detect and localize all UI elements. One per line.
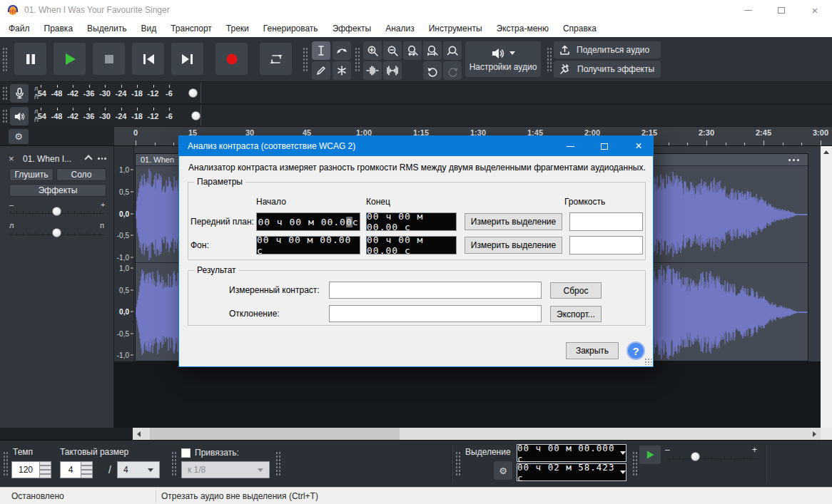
undo-button[interactable] [423, 61, 442, 80]
zoom-in-button[interactable] [363, 41, 382, 60]
get-effects-button[interactable]: Получить эффекты [554, 61, 661, 78]
play-at-speed-grip[interactable] [632, 451, 638, 477]
playback-volume-slider[interactable] [191, 111, 201, 120]
draw-tool-button[interactable] [312, 61, 330, 80]
menu-effects[interactable]: Эффекты [325, 21, 379, 36]
foreground-end-field[interactable]: 00 ч 00 м 00.00 с [366, 212, 457, 231]
dialog-title-bar[interactable]: Анализ контраста (соответствие WCAG 2) × [179, 136, 653, 156]
envelope-tool-button[interactable] [333, 41, 351, 60]
tempo-value[interactable]: 120 [11, 461, 40, 478]
selection-start-field[interactable]: 00 ч 00 м 00.000 с [517, 444, 626, 462]
tempo-down-icon[interactable] [40, 470, 51, 478]
background-volume-field[interactable] [569, 236, 643, 254]
clip-menu-icon[interactable] [788, 159, 799, 161]
track-close-icon[interactable]: × [9, 154, 14, 163]
vertical-scrollbar[interactable] [821, 146, 832, 428]
playback-meter[interactable]: Л П -54-48-42-36-30-24-18-12-6 [31, 106, 201, 126]
timesig-upper-spinner[interactable]: 4 [60, 461, 93, 478]
skip-to-end-button[interactable] [171, 43, 203, 75]
foreground-volume-field[interactable] [569, 212, 643, 231]
measure-background-button[interactable]: Измерить выделение [465, 237, 562, 254]
difference-value-field[interactable] [329, 305, 542, 322]
vertical-scale-ruler[interactable]: 1,00,50,0-0,5-1,01,00,50,0-0,5-1,0 [114, 146, 134, 361]
timesig-upper-value[interactable]: 4 [60, 461, 81, 478]
share-audio-button[interactable]: Поделиться аудио [554, 41, 661, 58]
silence-selection-button[interactable] [383, 61, 402, 80]
dialog-minimize-button[interactable] [554, 136, 587, 156]
playback-meter-button[interactable] [10, 107, 29, 125]
solo-button[interactable]: Соло [56, 168, 106, 181]
menu-file[interactable]: Файл [1, 21, 37, 36]
foreground-start-field[interactable]: 00 ч 00 м 00.00 с [256, 212, 360, 231]
recording-meter[interactable]: Л П -54-48-42-36-30-24-18-12-6 [31, 83, 201, 103]
timesig-lower-select[interactable]: 4 [117, 461, 160, 478]
pause-button[interactable] [14, 43, 46, 75]
selection-tool-button[interactable] [312, 41, 330, 60]
selection-options-button[interactable]: ⚙ [494, 461, 512, 480]
dialog-resize-grip[interactable] [644, 358, 651, 365]
contrast-value-field[interactable] [329, 282, 542, 299]
track-menu-icon[interactable] [98, 158, 106, 160]
share-toolbar-grip[interactable] [547, 47, 552, 73]
time-toolbar-grip[interactable] [275, 451, 281, 477]
export-button[interactable]: Экспорт... [550, 306, 602, 322]
mute-button[interactable]: Глушить [9, 168, 54, 181]
pan-slider-thumb[interactable] [52, 228, 61, 237]
background-start-field[interactable]: 00 ч 00 м 00.00 с [256, 236, 360, 254]
playback-meter-grip[interactable] [2, 109, 8, 123]
record-button[interactable] [215, 43, 248, 75]
menu-select[interactable]: Выделить [80, 21, 133, 36]
close-button[interactable]: × [799, 0, 831, 20]
play-speed-thumb[interactable] [691, 452, 700, 461]
menu-view[interactable]: Вид [133, 21, 163, 36]
play-speed-slider[interactable] [666, 456, 756, 459]
selection-end-field[interactable]: 00 ч 02 м 58.423 с [517, 463, 626, 481]
menu-tools[interactable]: Инструменты [422, 21, 489, 36]
loop-button[interactable] [260, 43, 292, 75]
skip-to-start-button[interactable] [132, 43, 164, 75]
dialog-maximize-button[interactable] [588, 136, 621, 156]
timesig-up-icon[interactable] [81, 461, 93, 470]
play-at-speed-button[interactable] [639, 446, 661, 464]
measure-foreground-button[interactable]: Измерить выделение [465, 213, 562, 230]
snap-checkbox[interactable] [181, 448, 191, 458]
selection-end-chevron-icon[interactable] [620, 470, 626, 474]
timeline-options-button[interactable]: ⚙ [9, 129, 29, 144]
close-dialog-button[interactable]: Закрыть [566, 342, 619, 359]
effects-button[interactable]: Эффекты [9, 184, 106, 197]
maximize-button[interactable] [766, 0, 797, 20]
tempo-up-icon[interactable] [40, 461, 51, 470]
menu-transport[interactable]: Транспорт [163, 21, 219, 36]
snapping-grip[interactable] [171, 451, 177, 477]
selection-start-chevron-icon[interactable] [620, 451, 626, 455]
trim-outside-selection-button[interactable] [363, 61, 382, 80]
background-end-field[interactable]: 00 ч 00 м 00.00 с [366, 236, 457, 254]
zoom-selection-button[interactable] [403, 41, 422, 60]
recording-meter-button[interactable] [10, 84, 29, 103]
transport-toolbar-grip[interactable] [2, 47, 8, 73]
redo-button[interactable] [443, 61, 462, 80]
horizontal-scroll-thumb[interactable] [150, 428, 400, 440]
stop-button[interactable] [93, 43, 125, 75]
recording-volume-slider[interactable] [188, 88, 198, 98]
zoom-toggle-button[interactable] [443, 41, 462, 60]
tempo-spinner[interactable]: 120 [11, 461, 51, 478]
menu-generate[interactable]: Генерировать [256, 21, 325, 36]
audio-setup-button[interactable]: Настройки аудио [465, 41, 541, 77]
time-signature-grip[interactable] [3, 451, 9, 477]
menu-tracks[interactable]: Треки [219, 21, 256, 36]
selection-toolbar-grip[interactable] [455, 451, 461, 477]
scroll-left-button[interactable] [133, 428, 145, 440]
menu-analyze[interactable]: Анализ [378, 21, 422, 36]
scroll-up-icon[interactable] [823, 150, 829, 154]
scroll-right-button[interactable] [808, 428, 821, 440]
menu-help[interactable]: Справка [556, 21, 604, 36]
help-button[interactable]: ? [626, 341, 645, 360]
menu-edit[interactable]: Правка [37, 21, 81, 36]
reset-button[interactable]: Сброс [550, 282, 602, 299]
tools-toolbar-grip[interactable] [303, 47, 308, 73]
multi-tool-button[interactable] [333, 61, 351, 80]
track-name[interactable]: 01. When I... [23, 154, 71, 164]
track-collapse-icon[interactable] [86, 156, 91, 162]
play-button[interactable] [54, 43, 86, 75]
